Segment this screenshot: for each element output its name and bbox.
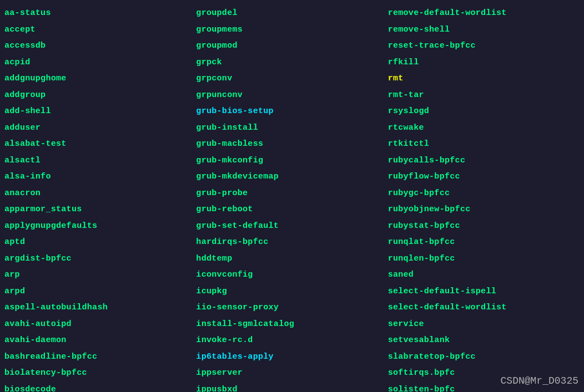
- list-item: applygnupgdefaults: [4, 218, 196, 235]
- list-item: runqlen-bpfcc: [388, 251, 580, 267]
- list-item: biosdecode: [4, 382, 196, 393]
- columns-container: aa-statusacceptaccessdbacpidaddgnupghome…: [4, 6, 580, 386]
- list-item: grpck: [196, 55, 387, 71]
- list-item: grub-macbless: [196, 136, 387, 152]
- list-item: iconvconfig: [196, 267, 387, 283]
- list-item: rubycalls-bpfcc: [388, 153, 580, 169]
- list-item: rubygc-bpfcc: [388, 186, 580, 202]
- list-item: arp: [4, 267, 196, 283]
- list-item: alsactl: [4, 153, 196, 169]
- list-item: hardirqs-bpfcc: [196, 235, 387, 251]
- list-item: remove-default-wordlist: [388, 6, 580, 22]
- list-item: grub-reboot: [196, 202, 387, 218]
- list-item: acpid: [4, 55, 196, 71]
- list-item: alsa-info: [4, 169, 196, 185]
- list-item: icupkg: [196, 284, 387, 300]
- list-item: rmt-tar: [388, 88, 580, 104]
- list-item: select-default-ispell: [388, 284, 580, 300]
- list-item: grub-probe: [196, 186, 387, 202]
- watermark: CSDN@Mr_D0325: [501, 375, 578, 386]
- list-item: service: [388, 317, 580, 333]
- list-item: anacron: [4, 186, 196, 202]
- list-item: select-default-wordlist: [388, 300, 580, 316]
- list-item: argdist-bpfcc: [4, 251, 196, 267]
- list-item: rubyobjnew-bpfcc: [388, 202, 580, 218]
- list-item: hddtemp: [196, 251, 387, 267]
- list-item: alsabat-test: [4, 136, 196, 152]
- list-item: grub-mkdevicemap: [196, 169, 387, 185]
- list-item: groupmems: [196, 22, 387, 38]
- list-item: saned: [388, 267, 580, 283]
- list-item: aspell-autobuildhash: [4, 300, 196, 316]
- list-item: adduser: [4, 120, 196, 136]
- list-item: slabratetop-bpfcc: [388, 349, 580, 365]
- list-item: ippusbxd: [196, 382, 387, 393]
- terminal-window: aa-statusacceptaccessdbacpidaddgnupghome…: [0, 0, 584, 392]
- list-item: rubystat-bpfcc: [388, 218, 580, 235]
- list-item: accessdb: [4, 38, 196, 54]
- list-item: addgnupghome: [4, 71, 196, 87]
- list-item: install-sgmlcatalog: [196, 317, 387, 333]
- list-item: add-shell: [4, 104, 196, 120]
- list-item: ippserver: [196, 365, 387, 381]
- list-item: ip6tables-apply: [196, 349, 387, 365]
- list-item: grub-mkconfig: [196, 153, 387, 169]
- list-item: bashreadline-bpfcc: [4, 349, 196, 365]
- list-item: aptd: [4, 235, 196, 251]
- list-item: groupdel: [196, 6, 387, 22]
- list-item: reset-trace-bpfcc: [388, 38, 580, 54]
- list-item: rtcwake: [388, 120, 580, 136]
- list-item: remove-shell: [388, 22, 580, 38]
- column-2: groupdelgroupmemsgroupmodgrpckgrpconvgrp…: [196, 6, 387, 386]
- list-item: iio-sensor-proxy: [196, 300, 387, 316]
- list-item: rmt: [388, 71, 580, 87]
- list-item: rsyslogd: [388, 104, 580, 120]
- column-1: aa-statusacceptaccessdbacpidaddgnupghome…: [4, 6, 196, 386]
- list-item: apparmor_status: [4, 202, 196, 218]
- list-item: arpd: [4, 284, 196, 300]
- list-item: invoke-rc.d: [196, 333, 387, 349]
- list-item: rtkitctl: [388, 136, 580, 152]
- column-3: remove-default-wordlistremove-shellreset…: [388, 6, 580, 386]
- list-item: aa-status: [4, 6, 196, 22]
- list-item: biolatency-bpfcc: [4, 365, 196, 381]
- list-item: grpconv: [196, 71, 387, 87]
- list-item: groupmod: [196, 38, 387, 54]
- list-item: addgroup: [4, 88, 196, 104]
- list-item: accept: [4, 22, 196, 38]
- list-item: rfkill: [388, 55, 580, 71]
- list-item: grub-set-default: [196, 218, 387, 235]
- list-item: grub-bios-setup: [196, 104, 387, 120]
- list-item: runqlat-bpfcc: [388, 235, 580, 251]
- list-item: setvesablank: [388, 333, 580, 349]
- list-item: avahi-autoipd: [4, 317, 196, 333]
- list-item: rubyflow-bpfcc: [388, 169, 580, 185]
- list-item: grpunconv: [196, 88, 387, 104]
- list-item: avahi-daemon: [4, 333, 196, 349]
- list-item: grub-install: [196, 120, 387, 136]
